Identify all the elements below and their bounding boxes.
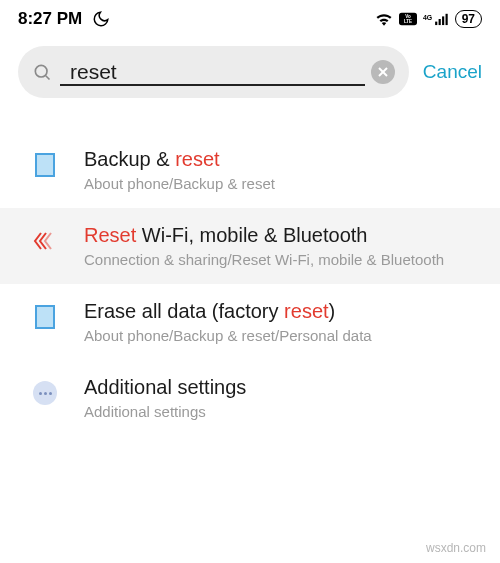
result-title: Additional settings: [84, 374, 480, 400]
result-additional-settings[interactable]: Additional settings Additional settings: [0, 360, 500, 436]
search-icon: [32, 62, 52, 82]
svg-text:4G: 4G: [423, 14, 432, 21]
wifi-icon: [375, 12, 393, 26]
search-row: Cancel: [0, 36, 500, 110]
connection-sharing-icon: [30, 226, 60, 256]
clear-search-button[interactable]: [371, 60, 395, 84]
status-bar: 8:27 PM Vo LTE 4G: [0, 0, 500, 36]
status-right: Vo LTE 4G 97: [375, 10, 482, 28]
svg-rect-5: [438, 19, 440, 25]
search-input[interactable]: [60, 60, 365, 86]
svg-line-9: [46, 76, 50, 80]
cancel-button[interactable]: Cancel: [423, 61, 482, 83]
result-path: Additional settings: [84, 402, 480, 422]
status-time: 8:27 PM: [18, 9, 82, 29]
result-path: About phone/Backup & reset/Personal data: [84, 326, 480, 346]
svg-point-8: [35, 65, 47, 77]
battery-indicator: 97: [455, 10, 482, 28]
result-path: About phone/Backup & reset: [84, 174, 480, 194]
result-backup-reset[interactable]: Backup & reset About phone/Backup & rese…: [0, 132, 500, 208]
svg-rect-7: [445, 14, 447, 25]
result-path: Connection & sharing/Reset Wi-Fi, mobile…: [84, 250, 480, 270]
watermark: wsxdn.com: [426, 541, 486, 555]
svg-text:Vo: Vo: [405, 14, 411, 19]
svg-text:LTE: LTE: [404, 20, 412, 25]
search-box[interactable]: [18, 46, 409, 98]
result-erase-all-data[interactable]: Erase all data (factory reset) About pho…: [0, 284, 500, 360]
about-phone-icon: [30, 302, 60, 332]
volte-icon: Vo LTE: [399, 12, 417, 26]
result-title: Reset Wi-Fi, mobile & Bluetooth: [84, 222, 480, 248]
do-not-disturb-icon: [92, 10, 110, 28]
svg-rect-4: [435, 22, 437, 25]
signal-4g-icon: 4G: [423, 12, 449, 26]
result-title: Backup & reset: [84, 146, 480, 172]
result-title: Erase all data (factory reset): [84, 298, 480, 324]
additional-settings-icon: [30, 378, 60, 408]
status-left: 8:27 PM: [18, 9, 110, 29]
result-reset-network[interactable]: Reset Wi-Fi, mobile & Bluetooth Connecti…: [0, 208, 500, 284]
search-results: Backup & reset About phone/Backup & rese…: [0, 132, 500, 436]
about-phone-icon: [30, 150, 60, 180]
svg-rect-6: [442, 16, 444, 25]
